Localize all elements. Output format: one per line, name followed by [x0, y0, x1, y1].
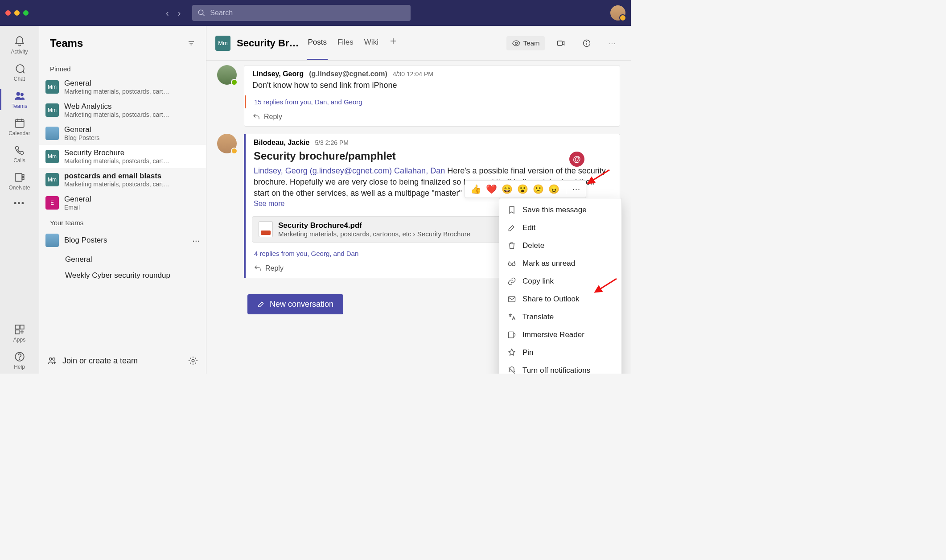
team-toggle[interactable]: Team	[506, 36, 545, 50]
mention-badge[interactable]: @	[569, 152, 584, 167]
post-author: Bilodeau, Jackie	[254, 139, 309, 147]
ctx-immersive[interactable]: Immersive Reader	[499, 326, 621, 344]
reply-button[interactable]: Reply	[244, 108, 620, 126]
team-chip: Mm	[45, 80, 59, 94]
channel-item[interactable]: GeneralBlog Posters	[39, 122, 206, 145]
maximize-window[interactable]	[23, 10, 29, 16]
join-team-label[interactable]: Join or create a team	[62, 356, 183, 366]
envelope-icon	[507, 295, 516, 304]
info-button[interactable]	[577, 36, 596, 50]
eye-icon	[512, 39, 521, 48]
ctx-translate[interactable]: Translate	[499, 308, 621, 326]
avatar[interactable]	[217, 134, 237, 153]
rail-label: OneNote	[8, 185, 30, 191]
post-mentions[interactable]: Lindsey, Georg (g.lindsey@cgnet.com) Cal…	[254, 166, 445, 175]
rail-apps[interactable]: Apps	[0, 320, 39, 346]
tab-files[interactable]: Files	[337, 38, 354, 49]
attachment-path: Marketing materials, postcards, cartoons…	[278, 230, 470, 238]
gear-icon[interactable]	[188, 356, 198, 366]
channel-title: General	[64, 195, 200, 204]
svg-rect-9	[22, 175, 24, 177]
close-window[interactable]	[5, 10, 11, 16]
rail-calls[interactable]: Calls	[0, 141, 39, 167]
pin-icon	[507, 348, 516, 357]
ctx-pin[interactable]: Pin	[499, 344, 621, 362]
channel-item[interactable]: MmWeb AnalyticsMarketing materials, post…	[39, 99, 206, 122]
filter-icon[interactable]	[187, 39, 195, 47]
new-conversation-button[interactable]: New conversation	[247, 294, 343, 314]
rail-teams[interactable]: Teams	[0, 86, 39, 113]
channel-item-selected[interactable]: MmSecurity BrochureMarketing materials, …	[39, 145, 206, 168]
nav-back[interactable]: ‹	[166, 8, 169, 18]
channel-item[interactable]: Mmpostcards and email blastsMarketing ma…	[39, 168, 206, 191]
team-more[interactable]: ···	[192, 236, 200, 245]
rail-activity[interactable]: Activity	[0, 32, 39, 58]
help-icon	[14, 351, 25, 362]
svg-point-19	[49, 358, 52, 361]
new-conversation-label: New conversation	[270, 300, 333, 309]
window-controls[interactable]	[5, 10, 29, 16]
channel-item[interactable]: EGeneralEmail	[39, 191, 206, 214]
team-item[interactable]: Blog Posters ···	[39, 229, 206, 251]
react-laugh[interactable]: 😄	[502, 184, 513, 194]
tab-add[interactable]	[388, 37, 398, 49]
sidebar-footer: Join or create a team	[39, 348, 206, 374]
react-sad[interactable]: 🙁	[533, 184, 544, 194]
svg-rect-4	[15, 119, 24, 127]
nav-forward[interactable]: ›	[178, 8, 181, 18]
translate-icon	[507, 313, 516, 321]
profile-avatar[interactable]	[610, 5, 625, 21]
avatar[interactable]	[217, 65, 237, 85]
minimize-window[interactable]	[14, 10, 20, 16]
svg-point-3	[21, 93, 23, 95]
react-more[interactable]: ···	[572, 185, 580, 194]
svg-point-21	[192, 359, 194, 362]
post-reply-count[interactable]: 15 replies from you, Dan, and Georg	[245, 95, 620, 108]
team-channel[interactable]: General	[65, 251, 206, 268]
rail-overflow[interactable]: •••	[0, 195, 39, 212]
channel-sub: Marketing materials, postcards, cart…	[64, 111, 200, 118]
rail-label: Teams	[12, 103, 27, 109]
reply-icon	[252, 113, 260, 121]
svg-rect-11	[15, 325, 19, 329]
search-box[interactable]	[192, 5, 411, 21]
content-pane: Mm Security Br… Posts Files Wiki Team ··…	[206, 26, 631, 374]
ctx-edit[interactable]: Edit	[499, 219, 621, 237]
rail-onenote[interactable]: OneNote	[0, 168, 39, 194]
context-menu: Save this message Edit Delete Mark as un…	[499, 198, 622, 374]
plus-icon	[389, 37, 397, 45]
ctx-unread[interactable]: Mark as unread	[499, 255, 621, 272]
ctx-mute[interactable]: Turn off notifications	[499, 362, 621, 374]
react-like[interactable]: 👍	[470, 184, 481, 194]
reaction-bar: 👍 ❤️ 😄 😮 🙁 😠 ···	[465, 180, 586, 198]
ctx-share-outlook[interactable]: Share to Outlook	[499, 290, 621, 308]
rail-label: Calls	[13, 157, 25, 164]
more-button[interactable]: ···	[603, 37, 622, 49]
team-chip: Mm	[45, 150, 59, 163]
search-input[interactable]	[210, 9, 405, 17]
join-team-icon[interactable]	[47, 356, 57, 366]
team-title: Blog Posters	[64, 236, 187, 245]
rail-calendar[interactable]: Calendar	[0, 114, 39, 140]
team-channel[interactable]: Weekly Cyber security roundup	[65, 268, 206, 284]
react-surprised[interactable]: 😮	[517, 184, 528, 194]
ctx-save[interactable]: Save this message	[499, 201, 621, 219]
svg-point-0	[199, 10, 204, 15]
post-time: 4/30 12:04 PM	[393, 70, 433, 78]
info-icon	[582, 39, 591, 48]
channel-item[interactable]: MmGeneralMarketing materials, postcards,…	[39, 75, 206, 99]
ctx-copylink[interactable]: Copy link	[499, 272, 621, 290]
rail-help[interactable]: Help	[0, 347, 39, 374]
pdf-icon	[259, 221, 273, 237]
svg-point-28	[587, 41, 587, 41]
react-angry[interactable]: 😠	[548, 184, 559, 194]
tab-wiki[interactable]: Wiki	[363, 38, 379, 49]
ctx-delete[interactable]: Delete	[499, 237, 621, 255]
meet-button[interactable]	[551, 36, 571, 50]
rail-chat[interactable]: Chat	[0, 59, 39, 86]
post-author: Lindsey, Georg	[252, 70, 304, 78]
react-heart[interactable]: ❤️	[486, 184, 497, 194]
channel-sub: Email	[64, 204, 200, 211]
post: Lindsey, Georg (g.lindsey@cgnet.com) 4/3…	[217, 65, 620, 127]
tab-posts[interactable]: Posts	[307, 38, 328, 49]
